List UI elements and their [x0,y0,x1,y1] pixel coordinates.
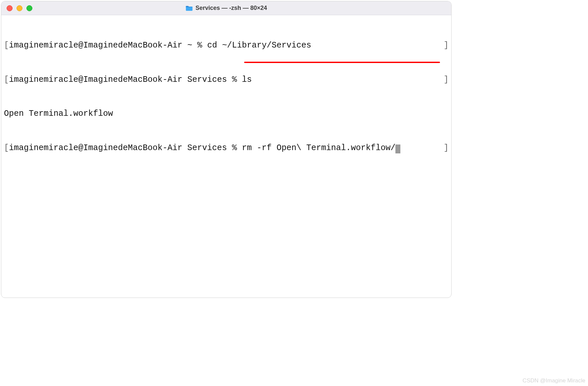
titlebar[interactable]: Services — -zsh — 80×24 [1,1,451,15]
right-bracket: ] [444,143,449,154]
right-bracket: ] [444,40,449,51]
terminal-body[interactable]: [imaginemiracle@ImaginedeMacBook-Air ~ %… [1,15,451,298]
prompt: imaginemiracle@ImaginedeMacBook-Air Serv… [9,75,242,84]
folder-icon [186,5,193,11]
maximize-button[interactable] [26,5,32,11]
traffic-lights [7,5,32,11]
terminal-line: [imaginemiracle@ImaginedeMacBook-Air Ser… [4,74,449,86]
right-bracket: ] [444,74,449,86]
command-text: rm -rf Open\ Terminal.workflow/ [242,143,395,153]
cursor [395,145,400,153]
prompt: imaginemiracle@ImaginedeMacBook-Air ~ % [9,41,207,50]
window-title: Services — -zsh — 80×24 [196,5,267,12]
terminal-line: [imaginemiracle@ImaginedeMacBook-Air Ser… [4,143,449,154]
terminal-line: [imaginemiracle@ImaginedeMacBook-Air ~ %… [4,40,449,51]
command-text: cd ~/Library/Services [207,41,311,50]
watermark: CSDN @Imagine Miracle [523,377,585,384]
minimize-button[interactable] [17,5,22,11]
underline-annotation [363,62,440,63]
terminal-output: Open Terminal.workflow [4,108,449,120]
command-text: ls [242,75,252,84]
terminal-window: Services — -zsh — 80×24 [imaginemiracle@… [1,1,452,298]
window-title-wrap: Services — -zsh — 80×24 [186,5,267,12]
close-button[interactable] [7,5,13,11]
prompt: imaginemiracle@ImaginedeMacBook-Air Serv… [9,143,242,153]
